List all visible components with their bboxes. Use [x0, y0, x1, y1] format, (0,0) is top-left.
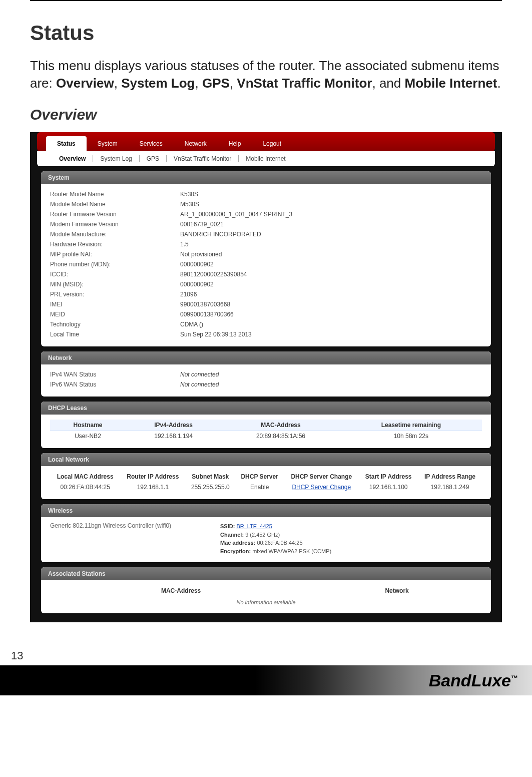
table-row: User-NB2 192.168.1.194 20:89:84:85:1A:56…: [50, 431, 482, 442]
assoc-empty-message: No information available: [50, 596, 482, 606]
local-col-subnet: Subnet Mask: [185, 471, 235, 482]
wireless-enc-value: mixed WPA/WPA2 PSK (CCMP): [252, 548, 331, 554]
kv-label: Module Manufacture:: [50, 231, 180, 238]
kv-label: IPv6 WAN Status: [50, 381, 180, 388]
kv-value: Not connected: [180, 381, 482, 388]
panel-system-header: System: [41, 171, 491, 184]
kv-label: Router Model Name: [50, 191, 180, 198]
panel-wireless-header: Wireless: [41, 504, 491, 517]
panel-local-network: Local Network Local MAC Address Router I…: [41, 453, 491, 499]
brand-tm: ™: [511, 673, 518, 681]
wireless-channel-value: 9 (2.452 GHz): [245, 532, 280, 538]
kv-value: BANDRICH INCORPORATED: [180, 231, 482, 238]
tab-status[interactable]: Status: [46, 136, 87, 151]
section-subtitle: Overview: [30, 106, 502, 123]
wireless-channel-label: Channel:: [220, 532, 244, 538]
kv-row: TechnologyCDMA (): [50, 319, 482, 329]
dhcp-col-mac: MAC-Address: [221, 420, 340, 431]
kv-row: MIP profile NAI:Not provisioned: [50, 249, 482, 259]
kv-label: PRL version:: [50, 291, 180, 298]
kv-row: IMEI990001387003668: [50, 299, 482, 309]
kv-label: MEID: [50, 311, 180, 318]
kv-row: Local TimeSun Sep 22 06:39:13 2013: [50, 329, 482, 339]
kv-label: Technology: [50, 321, 180, 328]
local-col-dhcp: DHCP Server: [235, 471, 284, 482]
kv-row: Hardware Revision:1.5: [50, 239, 482, 249]
local-subnet: 255.255.255.0: [185, 482, 235, 492]
wireless-ssid-label: SSID:: [220, 523, 235, 529]
dhcp-mac: 20:89:84:85:1A:56: [221, 431, 340, 442]
panel-associated-stations: Associated Stations MAC-Address Network …: [41, 567, 491, 613]
tab-logout[interactable]: Logout: [252, 136, 292, 151]
subtab-mobile[interactable]: Mobile Internet: [239, 155, 292, 162]
wireless-mac-label: Mac address:: [220, 540, 255, 546]
tab-system[interactable]: System: [87, 136, 129, 151]
kv-label: ICCID:: [50, 271, 180, 278]
panel-network: Network IPv4 WAN StatusNot connectedIPv6…: [41, 351, 491, 397]
kv-value: 0000000902: [180, 261, 482, 268]
kv-label: Router Firmware Version: [50, 211, 180, 218]
dhcp-server-change-link[interactable]: DHCP Server Change: [292, 484, 351, 491]
kv-label: IPv4 WAN Status: [50, 371, 180, 378]
kv-row: Modem Firmware Version00016739_0021: [50, 219, 482, 229]
kv-label: Local Time: [50, 331, 180, 338]
kv-value: M530S: [180, 201, 482, 208]
local-dhcp: Enable: [235, 482, 284, 492]
kv-row: Router Firmware VersionAR_1_00000000_1_0…: [50, 209, 482, 219]
kv-value: 990001387003668: [180, 301, 482, 308]
kv-value: Not connected: [180, 371, 482, 378]
brand-text: BandLuxe: [429, 671, 511, 690]
wireless-ssid-link[interactable]: BR_LTE_4425: [236, 523, 272, 529]
kv-value: 1.5: [180, 241, 482, 248]
brand-logo: BandLuxe™: [429, 671, 518, 690]
kv-value: CDMA (): [180, 321, 482, 328]
subtab-systemlog[interactable]: System Log: [93, 155, 139, 162]
kv-row: PRL version:21096: [50, 289, 482, 299]
dhcp-hostname: User-NB2: [50, 431, 126, 442]
dhcp-leasetime: 10h 58m 22s: [340, 431, 482, 442]
intro-item-vnstat: VnStat Traffic Monitor: [237, 76, 372, 91]
subtab-gps[interactable]: GPS: [140, 155, 167, 162]
kv-value: 89011200000225390854: [180, 271, 482, 278]
kv-row: IPv6 WAN StatusNot connected: [50, 379, 482, 390]
local-col-routerip: Router IP Address: [120, 471, 185, 482]
panel-network-header: Network: [41, 351, 491, 364]
kv-label: Module Model Name: [50, 201, 180, 208]
tab-help[interactable]: Help: [218, 136, 252, 151]
kv-label: MIP profile NAI:: [50, 251, 180, 258]
kv-value: 00016739_0021: [180, 221, 482, 228]
page-number: 13: [0, 632, 532, 665]
kv-row: Module Model NameM530S: [50, 199, 482, 209]
kv-value: Sun Sep 22 06:39:13 2013: [180, 331, 482, 338]
tab-network[interactable]: Network: [174, 136, 218, 151]
kv-label: Modem Firmware Version: [50, 221, 180, 228]
intro-item-overview: Overview: [56, 76, 114, 91]
intro-paragraph: This menu displays various statuses of t…: [30, 57, 502, 92]
panel-local-header: Local Network: [41, 453, 491, 466]
assoc-col-network: Network: [312, 585, 482, 596]
local-routerip: 192.168.1.1: [120, 482, 185, 492]
local-mac: 00:26:FA:0B:44:25: [50, 482, 120, 492]
subtab-overview[interactable]: Overview: [52, 155, 93, 162]
intro-item-gps: GPS: [202, 76, 230, 91]
subtab-vnstat[interactable]: VnStat Traffic Monitor: [167, 155, 239, 162]
dhcp-col-ipv4: IPv4-Address: [126, 420, 221, 431]
local-iprange: 192.168.1.249: [418, 482, 482, 492]
kv-value: 0099000138700366: [180, 311, 482, 318]
kv-value: AR_1_00000000_1_001_0047 SPRINT_3: [180, 211, 482, 218]
local-col-startip: Start IP Address: [359, 471, 418, 482]
kv-value: Not provisioned: [180, 251, 482, 258]
page-title: Status: [30, 21, 502, 45]
panel-dhcp-leases: DHCP Leases Hostname IPv4-Address MAC-Ad…: [41, 402, 491, 448]
local-network-table: Local MAC Address Router IP Address Subn…: [50, 471, 482, 492]
kv-row: MEID0099000138700366: [50, 309, 482, 319]
top-tab-bar: Status System Services Network Help Logo…: [37, 132, 495, 151]
intro-item-systemlog: System Log: [121, 76, 195, 91]
wireless-details: SSID: BR_LTE_4425 Channel: 9 (2.452 GHz)…: [220, 522, 331, 555]
tab-services[interactable]: Services: [129, 136, 174, 151]
kv-label: Phone number (MDN):: [50, 261, 180, 268]
local-startip: 192.168.1.100: [359, 482, 418, 492]
kv-row: Router Model NameK530S: [50, 189, 482, 199]
kv-row: Module Manufacture:BANDRICH INCORPORATED: [50, 229, 482, 239]
panel-system: System Router Model NameK530SModule Mode…: [41, 171, 491, 346]
